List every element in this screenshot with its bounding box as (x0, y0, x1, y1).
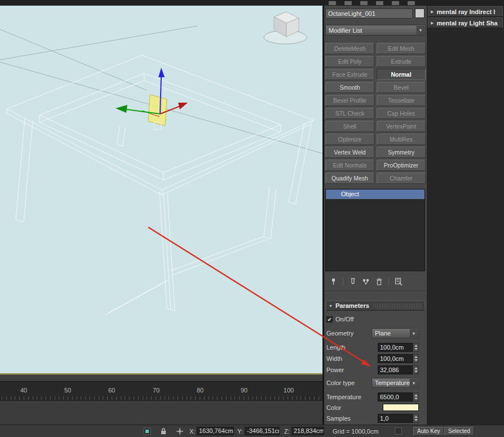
power-field[interactable]: 32,086 (378, 365, 413, 374)
toolbar-separator (343, 277, 343, 285)
create-tab-icon[interactable] (329, 1, 336, 5)
modifier-button-edit-normals[interactable]: Edit Normals (325, 160, 374, 171)
rollout-closed-icon: ▶ (431, 10, 434, 14)
top-toolbar-strip (0, 0, 504, 6)
grid-size-readout: Grid = 1000,0cm (333, 428, 379, 435)
selection-lock-icon[interactable] (160, 427, 167, 435)
light-plane-object[interactable] (148, 95, 167, 126)
modifier-button-face-extrude[interactable]: Face Extrude (325, 69, 374, 80)
modifier-button-bevel-profile[interactable]: Bevel Profile (325, 95, 374, 106)
color-label: Color (326, 404, 341, 411)
command-panel: Modifier List ▼ DeleteMesh Edit Mesh Edi… (324, 6, 427, 425)
modifier-button-extrude[interactable]: Extrude (377, 56, 426, 67)
light-color-swatch[interactable] (383, 404, 419, 411)
samples-field[interactable]: 1,0 (378, 414, 413, 423)
modify-tab-icon[interactable] (344, 1, 352, 5)
modifier-list-dropdown[interactable]: Modifier List ▼ (325, 25, 426, 36)
timeline-ruler[interactable]: 40 50 60 70 80 90 100 (0, 381, 322, 401)
isolate-selection-icon[interactable] (143, 427, 151, 435)
length-field[interactable]: 100,0cm (378, 343, 413, 352)
auto-key-button[interactable]: Auto Key (413, 427, 444, 436)
geometry-value: Plane (375, 330, 391, 337)
modifier-button-edit-poly[interactable]: Edit Poly (325, 56, 374, 67)
table-wireframe[interactable] (7, 55, 313, 315)
on-off-label: On/Off (335, 316, 353, 323)
modifier-button-chamfer[interactable]: Chamfer (377, 173, 426, 184)
color-type-value: Temperature (375, 379, 410, 386)
length-spinner[interactable] (413, 343, 419, 352)
object-name-field[interactable] (325, 8, 413, 19)
length-label: Length (326, 344, 346, 351)
mental-ray-light-shader-rollout-header[interactable]: ▶ mental ray Light Sha (428, 17, 503, 28)
power-label: Power (326, 367, 344, 373)
temperature-field[interactable]: 6500,0 (378, 392, 413, 401)
x-coordinate-field[interactable]: 1630,764cm (197, 427, 234, 435)
modifier-button-normal[interactable]: Normal (377, 69, 426, 80)
timeline-tick: 100 (284, 387, 294, 394)
modifier-button-edit-mesh[interactable]: Edit Mesh (377, 43, 426, 54)
modifier-stack[interactable]: Object (325, 189, 425, 271)
modifier-button-prooptimizer[interactable]: ProOptimizer (377, 160, 426, 171)
panel-divider (325, 291, 426, 292)
samples-spinner[interactable] (413, 414, 419, 423)
timeline-tick: 60 (108, 387, 115, 394)
geometry-dropdown[interactable]: Plane ▼ (372, 328, 419, 338)
modifier-stack-toolbar (325, 275, 426, 288)
modifier-button-shell[interactable]: Shell (325, 121, 374, 132)
rollout-open-icon: ▼ (329, 304, 333, 308)
object-color-swatch[interactable] (415, 8, 425, 18)
configure-modifier-sets-icon[interactable] (394, 277, 403, 286)
y-coordinate-label: Y: (237, 428, 243, 435)
prompt-area (0, 401, 322, 425)
absolute-offset-toggle-icon[interactable] (176, 427, 184, 435)
scene-wireframe (0, 6, 322, 374)
modifier-button-vertexpaint[interactable]: VertexPaint (377, 121, 426, 132)
track-bar[interactable] (0, 374, 322, 381)
temperature-spinner[interactable] (413, 392, 419, 401)
pin-stack-icon[interactable] (329, 277, 338, 286)
stack-item-object[interactable]: Object (326, 189, 425, 199)
modifier-button-vertex-weld[interactable]: Vertex Weld (325, 147, 374, 158)
motion-tab-icon[interactable] (376, 1, 383, 5)
timeline-tick: 50 (64, 387, 71, 394)
color-type-dropdown[interactable]: Temperature ▼ (372, 378, 419, 388)
z-coordinate-field[interactable]: 218,834cm (291, 427, 324, 435)
mental-ray-indirect-rollout-header[interactable]: ▶ mental ray Indirect I (428, 6, 503, 17)
viewcube[interactable] (264, 12, 307, 44)
display-tab-icon[interactable] (392, 1, 399, 5)
modifier-button-deletemesh[interactable]: DeleteMesh (325, 43, 374, 54)
timeline-tick: 90 (241, 387, 247, 394)
set-key-button[interactable] (395, 427, 402, 435)
modifier-button-smooth[interactable]: Smooth (325, 82, 374, 93)
modifier-button-multires[interactable]: MultiRes (377, 134, 426, 145)
hierarchy-tab-icon[interactable] (360, 1, 368, 5)
y-coordinate-field[interactable]: -3466,151cm (245, 427, 280, 435)
3dsmax-window: Modifier List ▼ DeleteMesh Edit Mesh Edi… (0, 0, 504, 437)
modifier-button-symmetry[interactable]: Symmetry (377, 147, 426, 158)
x-coordinate-label: X: (189, 428, 195, 435)
show-end-result-icon[interactable] (348, 277, 357, 286)
parameters-rollout-header[interactable]: ▼ Parameters (326, 301, 425, 311)
modifier-button-optimize[interactable]: Optimize (325, 134, 374, 145)
power-spinner[interactable] (413, 365, 419, 374)
rollout-title: mental ray Light Sha (436, 20, 497, 27)
width-spinner[interactable] (413, 354, 419, 363)
make-unique-icon[interactable] (361, 277, 370, 286)
viewport[interactable] (0, 6, 322, 374)
width-label: Width (326, 355, 342, 362)
modifier-button-tessellate[interactable]: Tessellate (377, 95, 426, 106)
on-off-checkbox[interactable]: ✔ (326, 316, 333, 323)
width-field[interactable]: 100,0cm (378, 354, 413, 363)
modifier-button-quadify-mesh[interactable]: Quadify Mesh (325, 173, 374, 184)
rollout-grip[interactable] (374, 303, 422, 308)
rollout-closed-icon: ▶ (431, 21, 434, 25)
modifier-button-bevel[interactable]: Bevel (377, 82, 426, 93)
chevron-down-icon: ▼ (410, 329, 418, 337)
modifier-button-stl-check[interactable]: STL Check (325, 108, 374, 119)
selection-set-button[interactable]: Selected (444, 427, 474, 436)
samples-label: Samples (326, 415, 351, 422)
remove-modifier-icon[interactable] (375, 277, 383, 286)
modifier-button-cap-holes[interactable]: Cap Holes (377, 108, 426, 119)
chevron-down-icon: ▼ (410, 379, 418, 387)
utilities-tab-icon[interactable] (408, 1, 415, 5)
